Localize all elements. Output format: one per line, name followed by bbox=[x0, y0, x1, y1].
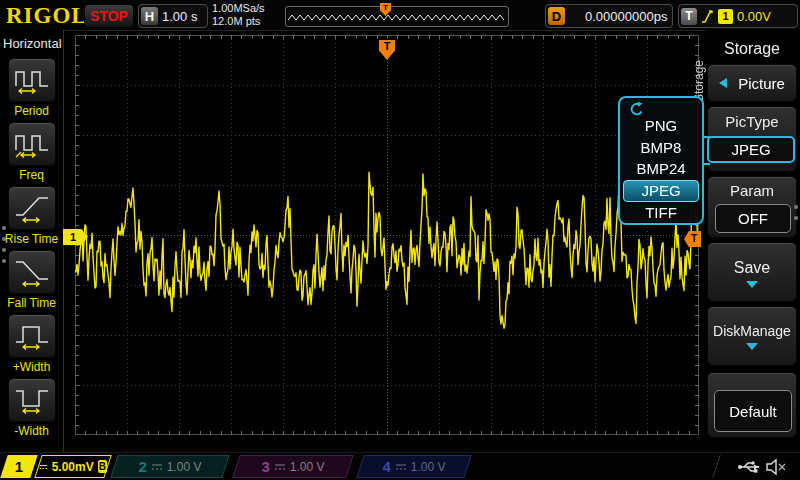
pwidth-icon bbox=[15, 321, 49, 351]
pictype-value-box: JPEG bbox=[707, 136, 795, 163]
timebase-value: 1.00 s bbox=[162, 9, 197, 24]
rise-time-button[interactable] bbox=[8, 186, 56, 230]
save-button[interactable]: Save bbox=[707, 242, 797, 302]
rise-time-icon bbox=[15, 193, 49, 223]
down-arrow-icon bbox=[746, 343, 758, 350]
popup-item-bmp24[interactable]: BMP24 bbox=[620, 158, 702, 180]
acquisition-info: 1.00MSa/s 12.0M pts bbox=[212, 2, 265, 28]
delay-value: 0.00000000ps bbox=[585, 9, 667, 24]
channel2-tab[interactable]: 2 1.00 V bbox=[110, 455, 229, 478]
status-divider bbox=[712, 455, 720, 478]
right-softkey-menu: Storage Storage Picture PicType JPEG Par… bbox=[705, 30, 800, 452]
storage-picture-button[interactable]: Picture bbox=[707, 64, 797, 102]
default-button[interactable]: Default bbox=[707, 372, 797, 438]
freq-button[interactable] bbox=[8, 122, 56, 166]
horizontal-badge: H bbox=[141, 7, 158, 25]
trigger-level-value: 0.00V bbox=[737, 9, 771, 24]
coupling-dc-icon bbox=[151, 462, 163, 472]
popup-item-bmp8[interactable]: BMP8 bbox=[620, 137, 702, 159]
fall-time-icon bbox=[15, 257, 49, 287]
trigger-slope-icon bbox=[701, 9, 714, 24]
param-button[interactable]: Param OFF bbox=[707, 176, 797, 238]
coupling-dc-icon bbox=[274, 462, 286, 472]
left-menu-item-freq[interactable]: Freq bbox=[0, 122, 63, 182]
popup-item-jpeg-selected[interactable]: JPEG bbox=[623, 180, 699, 202]
nwidth-button[interactable] bbox=[8, 378, 56, 422]
left-measure-menu: Horizontal Period Freq bbox=[0, 30, 64, 452]
left-menu-item-period[interactable]: Period bbox=[0, 58, 63, 118]
bandwidth-limit-badge: B bbox=[98, 460, 107, 473]
diskmanage-button[interactable]: DiskManage bbox=[707, 306, 797, 366]
left-menu-page-dots bbox=[2, 226, 6, 263]
channel-status-bar: 1 5.00mV B 2 1.00 V bbox=[0, 452, 800, 480]
coupling-dc-icon bbox=[395, 462, 407, 472]
run-state-indicator: STOP bbox=[84, 4, 134, 28]
pictype-popup: PNG BMP8 BMP24 JPEG TIFF bbox=[618, 96, 704, 225]
sample-rate: 1.00MSa/s bbox=[212, 2, 265, 15]
left-menu-item-nwidth[interactable]: -Width bbox=[0, 378, 63, 438]
left-menu-title: Horizontal bbox=[3, 36, 62, 51]
default-value-box: Default bbox=[714, 390, 792, 432]
period-button[interactable] bbox=[8, 58, 56, 102]
coupling-dc-icon bbox=[39, 462, 48, 472]
nwidth-icon bbox=[15, 385, 49, 415]
waveform-preview-bar: T bbox=[285, 6, 509, 27]
channel3-tab[interactable]: 3 1.00 V bbox=[232, 455, 353, 478]
speaker-muted-icon bbox=[765, 458, 789, 476]
horizontal-timebase-box: H 1.00 s bbox=[138, 4, 208, 28]
left-arrow-icon bbox=[719, 78, 727, 88]
trigger-box: T 1 0.00V bbox=[678, 4, 798, 28]
down-arrow-icon bbox=[746, 281, 758, 288]
left-menu-item-fall-time[interactable]: Fall Time bbox=[0, 250, 63, 310]
fall-time-button[interactable] bbox=[8, 250, 56, 294]
waveform-display[interactable] bbox=[75, 35, 699, 435]
oscilloscope-screen: RIGOL STOP H 1.00 s 1.00MSa/s 12.0M pts … bbox=[0, 0, 800, 480]
left-menu-item-pwidth[interactable]: +Width bbox=[0, 314, 63, 374]
param-value-box: OFF bbox=[715, 204, 791, 233]
rigol-logo: RIGOL bbox=[6, 3, 88, 29]
popup-item-png[interactable]: PNG bbox=[620, 115, 702, 137]
channel4-tab[interactable]: 4 1.00 V bbox=[356, 455, 471, 478]
pwidth-button[interactable] bbox=[8, 314, 56, 358]
delay-box: D 0.00000000ps bbox=[545, 4, 673, 28]
left-menu-item-rise-time[interactable]: Rise Time bbox=[0, 186, 63, 246]
period-icon bbox=[15, 65, 49, 95]
preview-waveform-icon bbox=[288, 11, 506, 23]
delay-badge: D bbox=[548, 7, 565, 25]
memory-depth: 12.0M pts bbox=[212, 15, 265, 28]
pictype-button[interactable]: PicType JPEG bbox=[707, 106, 797, 172]
freq-icon bbox=[15, 129, 49, 159]
popup-item-tiff[interactable]: TIFF bbox=[620, 202, 702, 224]
channel1-tab[interactable]: 1 bbox=[0, 455, 37, 478]
usb-icon bbox=[737, 459, 763, 475]
trigger-badge: T bbox=[681, 8, 697, 25]
channel1-scale[interactable]: 5.00mV B bbox=[34, 455, 111, 478]
right-menu-page-dots bbox=[794, 205, 798, 220]
top-status-bar: RIGOL STOP H 1.00 s 1.00MSa/s 12.0M pts … bbox=[0, 0, 800, 31]
trigger-source-badge: 1 bbox=[718, 9, 733, 24]
right-menu-title: Storage bbox=[707, 40, 797, 58]
